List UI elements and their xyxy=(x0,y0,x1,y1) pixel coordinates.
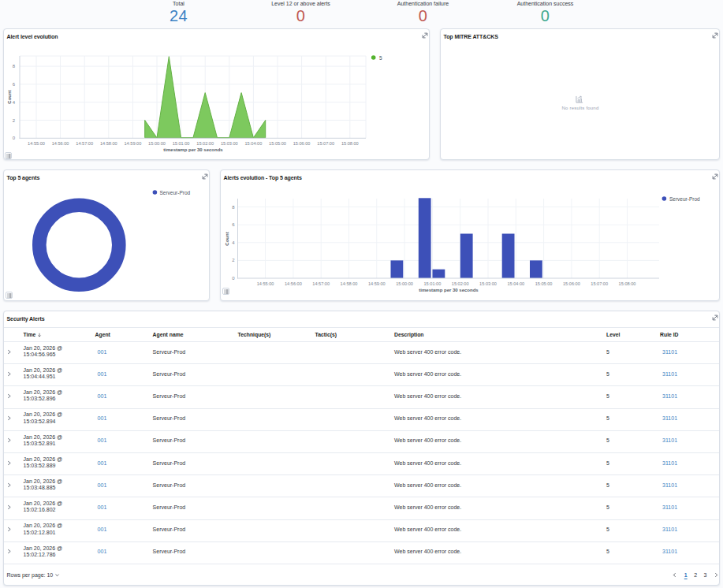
svg-text:timestamp per 30 seconds: timestamp per 30 seconds xyxy=(163,147,223,152)
svg-text:14:58:00: 14:58:00 xyxy=(341,281,358,286)
svg-text:2: 2 xyxy=(13,118,16,123)
svg-text:14:55:00: 14:55:00 xyxy=(257,281,274,286)
svg-text:15:07:00: 15:07:00 xyxy=(317,141,334,146)
svg-text:15:08:00: 15:08:00 xyxy=(341,141,359,146)
svg-text:2: 2 xyxy=(232,258,235,262)
svg-text:6: 6 xyxy=(13,82,16,87)
svg-text:15:05:00: 15:05:00 xyxy=(535,281,553,286)
svg-text:Count: Count xyxy=(7,90,12,103)
svg-text:15:04:00: 15:04:00 xyxy=(245,141,263,146)
svg-text:15:02:00: 15:02:00 xyxy=(196,141,214,146)
svg-text:14:56:00: 14:56:00 xyxy=(52,141,69,146)
svg-text:14:59:00: 14:59:00 xyxy=(125,141,142,146)
svg-text:15:01:00: 15:01:00 xyxy=(424,281,442,286)
svg-text:8: 8 xyxy=(232,205,235,210)
svg-text:14:55:00: 14:55:00 xyxy=(28,141,45,146)
svg-text:5: 5 xyxy=(379,55,382,61)
svg-text:timestamp per 30 seconds: timestamp per 30 seconds xyxy=(419,288,479,292)
svg-text:15:04:00: 15:04:00 xyxy=(507,281,524,286)
svg-text:15:07:00: 15:07:00 xyxy=(591,281,608,286)
svg-text:15:02:00: 15:02:00 xyxy=(452,281,469,286)
svg-text:14:56:00: 14:56:00 xyxy=(285,281,302,286)
svg-text:15:06:00: 15:06:00 xyxy=(293,141,311,146)
svg-text:15:00:00: 15:00:00 xyxy=(148,141,166,146)
svg-text:15:00:00: 15:00:00 xyxy=(396,281,413,286)
svg-text:4: 4 xyxy=(13,100,16,105)
svg-text:4: 4 xyxy=(232,240,235,245)
svg-text:0: 0 xyxy=(13,136,16,140)
svg-text:15:01:00: 15:01:00 xyxy=(173,141,190,146)
svg-text:Serveur-Prod: Serveur-Prod xyxy=(160,190,191,195)
svg-text:15:05:00: 15:05:00 xyxy=(269,141,286,146)
svg-text:15:06:00: 15:06:00 xyxy=(563,281,580,286)
svg-text:6: 6 xyxy=(232,222,235,227)
svg-text:Count: Count xyxy=(225,232,229,245)
svg-text:0: 0 xyxy=(232,276,235,281)
svg-text:15:03:00: 15:03:00 xyxy=(221,141,238,146)
svg-text:15:03:00: 15:03:00 xyxy=(479,281,497,286)
svg-text:14:59:00: 14:59:00 xyxy=(368,281,386,286)
svg-text:14:57:00: 14:57:00 xyxy=(312,281,330,286)
svg-text:Serveur-Prod: Serveur-Prod xyxy=(669,196,700,202)
svg-text:8: 8 xyxy=(13,64,16,69)
svg-text:14:57:00: 14:57:00 xyxy=(76,141,93,146)
svg-text:15:08:00: 15:08:00 xyxy=(619,281,636,286)
svg-text:14:58:00: 14:58:00 xyxy=(100,141,117,146)
